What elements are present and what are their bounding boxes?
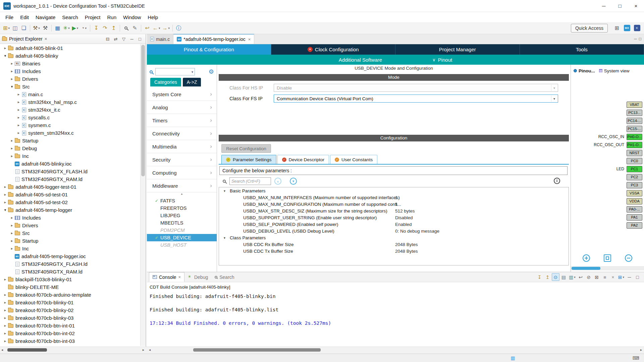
pinout-menu-button[interactable]: ∨ Pinout: [432, 57, 452, 63]
expander-icon[interactable]: [3, 323, 8, 328]
parameter-tab[interactable]: Device Descriptor: [277, 155, 329, 164]
zoom-out-button[interactable]: [625, 254, 632, 262]
build-all-icon[interactable]: ⚒: [41, 24, 50, 33]
expander-icon[interactable]: [16, 108, 21, 112]
pin[interactable]: PC15-...: [627, 126, 642, 132]
pin[interactable]: PH1-O...: [627, 142, 642, 148]
expander-icon[interactable]: [3, 46, 8, 50]
pin[interactable]: PC13...: [627, 110, 642, 116]
ioc-config-tab[interactable]: Pinout & Configuration: [147, 44, 271, 55]
tree-item[interactable]: breakout-f070cb-blinky-02: [0, 306, 141, 314]
expander-icon[interactable]: [9, 69, 14, 73]
minimize-button[interactable]: ─: [596, 0, 612, 12]
expander-icon[interactable]: [3, 185, 8, 189]
display-selected-console-icon[interactable]: ▥: [568, 273, 577, 281]
info-icon[interactable]: ⓘ: [174, 24, 183, 33]
pinout-horizontal-scrollbar[interactable]: [571, 266, 644, 270]
categories-tab[interactable]: A->Z: [183, 78, 201, 86]
console-tab[interactable]: Search ×: [211, 272, 237, 282]
tree-item[interactable]: stm32f4xx_it.c: [0, 106, 141, 114]
pinout-view-tab[interactable]: System view: [599, 68, 630, 73]
menu-item[interactable]: Search: [59, 13, 82, 21]
parameter-row[interactable]: USBD_MAX_NUM_CONFIGURATION (Maximum numb…: [219, 201, 569, 207]
last-edit-icon[interactable]: ↩: [143, 24, 152, 33]
project-explorer-vertical-scrollbar[interactable]: [140, 44, 146, 346]
expander-icon[interactable]: [16, 115, 21, 120]
tree-item[interactable]: breakout-f070cb-btn-int-02: [0, 329, 141, 337]
parameter-search-input[interactable]: [229, 177, 271, 185]
pin[interactable]: VSSA: [627, 190, 642, 196]
close-button[interactable]: ×: [628, 0, 644, 12]
scroll-lock-icon[interactable]: ⊘: [585, 273, 593, 281]
category-item[interactable]: System Core ›: [147, 88, 217, 101]
zoom-in-button[interactable]: [583, 254, 590, 262]
category-item[interactable]: Timers ›: [147, 114, 217, 127]
tree-item[interactable]: breakout-f070cb-blinky-03: [0, 314, 141, 322]
info-icon[interactable]: i: [554, 178, 560, 184]
parameter-value[interactable]: Disabled: [395, 215, 413, 220]
expander-icon[interactable]: [3, 208, 8, 212]
run-icon[interactable]: ▶: [71, 24, 79, 33]
open-console-icon[interactable]: ▦: [53, 24, 62, 33]
parameter-tab[interactable]: Parameter Settings: [221, 155, 276, 164]
pin[interactable]: PC3: [627, 182, 642, 188]
parameter-value[interactable]: 2048 Bytes: [395, 242, 418, 247]
maximize-icon[interactable]: □: [639, 37, 641, 41]
expander-icon[interactable]: [224, 236, 230, 240]
show-console-output-icon[interactable]: ▤: [560, 273, 568, 281]
tree-item[interactable]: Drivers: [0, 222, 141, 229]
tree-item[interactable]: breakout-f070cb-blinky-01: [0, 299, 141, 306]
toolbar-button[interactable]: [30, 25, 30, 32]
ioc-config-tab[interactable]: Project Manager: [395, 44, 520, 55]
expander-icon[interactable]: [16, 123, 21, 127]
pin[interactable]: PC2: [627, 174, 642, 180]
tree-item[interactable]: adafruit-f405-sd-test-02: [0, 198, 141, 206]
tree-item[interactable]: Inc: [0, 152, 141, 160]
scrollbar-thumb[interactable]: [141, 45, 145, 176]
minimize-icon[interactable]: ─: [634, 37, 637, 41]
category-item[interactable]: Analog ›: [147, 101, 217, 114]
new-wizard-icon[interactable]: ⊞: [2, 24, 11, 33]
toolbar-button[interactable]: [172, 25, 173, 32]
tree-item[interactable]: stm32f4xx_hal_msp.c: [0, 98, 141, 106]
key-assist-icon[interactable]: ⌨: [633, 355, 639, 361]
cpp-perspective-icon[interactable]: C: [633, 24, 641, 33]
tree-item[interactable]: blackpill-f103c8-blinky-01: [0, 276, 141, 283]
pin[interactable]: NRST: [627, 150, 642, 156]
tree-item[interactable]: Includes: [0, 214, 141, 222]
tree-item[interactable]: breakout-f070cb-btn-int-03: [0, 337, 141, 345]
hs-ip-select[interactable]: Disable ▾: [274, 84, 558, 92]
menu-item[interactable]: Window: [120, 13, 144, 21]
expander-icon[interactable]: [9, 146, 14, 150]
toolbar-button[interactable]: [90, 25, 90, 32]
toolbar-button[interactable]: [141, 25, 141, 32]
parameter-row[interactable]: USB CDC Rx Buffer Size 2048 Bytes: [219, 241, 569, 248]
pinout-view-tab[interactable]: Pinou...: [574, 68, 595, 73]
menu-item[interactable]: Edit: [17, 13, 32, 21]
menu-item[interactable]: Navigate: [32, 13, 59, 21]
tree-item[interactable]: STM32F405RGTX_FLASH.ld: [0, 260, 141, 268]
step-into-icon[interactable]: ↧: [92, 24, 101, 33]
maximize-icon[interactable]: □: [136, 35, 144, 43]
pin[interactable]: PH0-O...: [627, 134, 642, 140]
parameter-row[interactable]: USB CDC Tx Buffer Size 2048 Bytes: [219, 248, 569, 254]
expander-icon[interactable]: [16, 131, 21, 135]
reset-configuration-button[interactable]: Reset Configuration: [221, 144, 271, 153]
close-icon[interactable]: ×: [248, 37, 251, 42]
save-icon[interactable]: ◫: [11, 24, 19, 33]
scroll-right-icon[interactable]: ▸: [640, 348, 642, 352]
word-wrap-icon[interactable]: ↩: [577, 273, 585, 281]
build-working-set-icon[interactable]: ⚒: [32, 24, 41, 33]
expander-icon[interactable]: [3, 293, 8, 297]
scroll-left-icon[interactable]: ◂: [149, 348, 151, 352]
pin[interactable]: VBAT: [627, 102, 642, 108]
tree-item[interactable]: Binaries: [0, 60, 141, 67]
console-tab[interactable]: Console ×: [149, 272, 184, 282]
parameter-row[interactable]: USBD_MAX_STR_DESC_SIZ (Maximum size for …: [219, 207, 569, 214]
debug-icon[interactable]: ✳: [62, 24, 71, 33]
editor-tab[interactable]: *adafruit-f405-temp-logger.ioc ×: [173, 34, 254, 44]
expander-icon[interactable]: [9, 61, 14, 66]
quick-access-button[interactable]: Quick Access: [571, 24, 608, 33]
expander-icon[interactable]: [3, 316, 8, 320]
link-with-editor-icon[interactable]: ⇄: [112, 35, 119, 43]
